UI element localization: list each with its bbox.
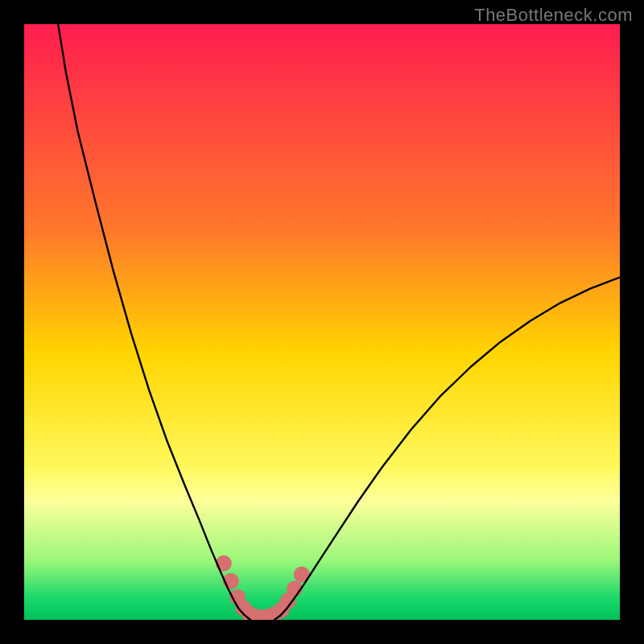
figure-root: TheBottleneck.com <box>0 0 644 644</box>
chart-svg <box>24 24 620 620</box>
valley-marker <box>216 555 232 572</box>
watermark-label: TheBottleneck.com <box>474 5 633 26</box>
plot-area <box>24 24 620 620</box>
gradient-background <box>24 24 620 620</box>
